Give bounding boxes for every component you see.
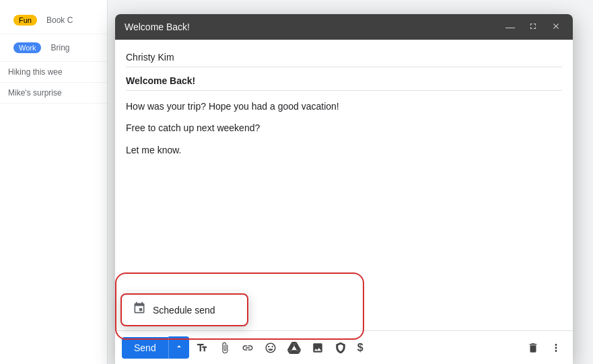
email-snippet-4: Mike's surprise bbox=[8, 88, 62, 98]
email-snippet-3: Hiking this wee bbox=[8, 67, 63, 77]
close-compose-button[interactable] bbox=[549, 20, 563, 34]
send-dropdown-button[interactable] bbox=[168, 336, 189, 359]
list-item[interactable]: Fun Book C bbox=[0, 7, 107, 34]
compose-header-actions: — bbox=[503, 20, 563, 34]
list-item[interactable]: Mike's surprise bbox=[0, 83, 107, 104]
send-button-group: Send bbox=[122, 336, 189, 359]
compose-window: Welcome Back! — Christy Kim Welcome Back… bbox=[115, 14, 573, 364]
email-snippet-1: Book C bbox=[46, 15, 73, 25]
emoji-button[interactable] bbox=[260, 338, 281, 358]
list-item[interactable]: Work Bring bbox=[0, 34, 107, 62]
confidential-button[interactable] bbox=[330, 338, 351, 358]
more-options-button[interactable] bbox=[546, 338, 566, 358]
schedule-send-label: Schedule send bbox=[153, 305, 215, 316]
compose-toolbar: Schedule send Send bbox=[115, 330, 573, 364]
attach-button[interactable] bbox=[215, 338, 235, 358]
dollar-icon: $ bbox=[357, 342, 363, 354]
list-item[interactable]: Hiking this wee bbox=[0, 62, 107, 83]
email-body[interactable]: How was your trip? Hope you had a good v… bbox=[126, 99, 562, 157]
signature-button[interactable]: $ bbox=[353, 338, 368, 358]
expand-button[interactable] bbox=[526, 20, 540, 34]
compose-header: Welcome Back! — bbox=[115, 14, 573, 40]
photo-button[interactable] bbox=[308, 338, 328, 358]
background-email-list: Fun Book C Work Bring Hiking this wee Mi… bbox=[0, 0, 108, 364]
compose-title: Welcome Back! bbox=[125, 22, 190, 32]
work-chip: Work bbox=[13, 42, 41, 53]
recipient-field: Christy Kim bbox=[126, 48, 562, 67]
send-button[interactable]: Send bbox=[122, 337, 168, 359]
minimize-button[interactable]: — bbox=[503, 21, 518, 33]
body-line-1: How was your trip? Hope you had a good v… bbox=[126, 99, 562, 114]
delete-button[interactable] bbox=[523, 338, 543, 358]
compose-body[interactable]: Christy Kim Welcome Back! How was your t… bbox=[115, 40, 573, 330]
email-snippet-2: Bring bbox=[50, 43, 69, 52]
subject-field: Welcome Back! bbox=[126, 71, 562, 91]
drive-button[interactable] bbox=[283, 337, 305, 359]
schedule-icon bbox=[133, 301, 146, 318]
body-line-3: Let me know. bbox=[126, 143, 562, 157]
schedule-send-popup[interactable]: Schedule send bbox=[120, 293, 248, 326]
link-button[interactable] bbox=[238, 338, 258, 358]
formatting-button[interactable] bbox=[192, 338, 212, 358]
body-line-2: Free to catch up next weekend? bbox=[126, 120, 562, 135]
fun-chip: Fun bbox=[13, 15, 37, 26]
